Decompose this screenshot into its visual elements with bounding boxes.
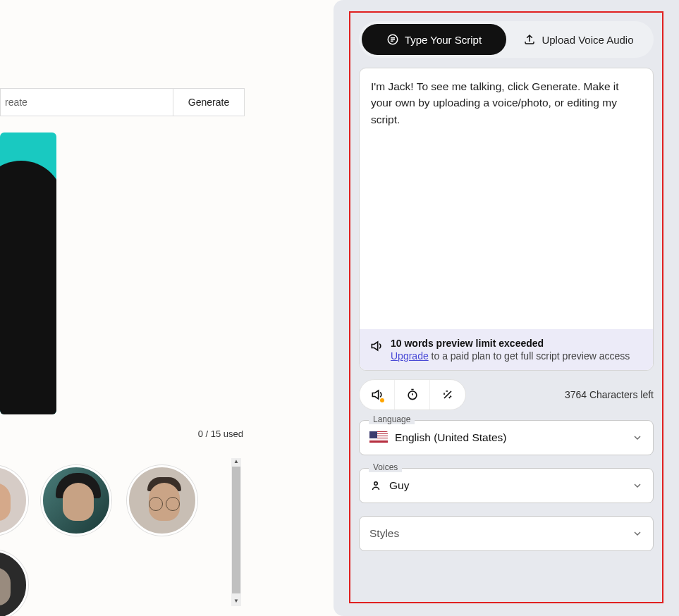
language-select[interactable]: English (United States) <box>359 420 654 455</box>
avatar-option[interactable] <box>0 465 28 536</box>
tab-label: Upload Voice Audio <box>542 34 633 46</box>
topbar-text: reate <box>1 89 173 116</box>
limit-banner: 10 words preview limit exceeded Upgrade … <box>360 329 653 370</box>
highlighted-region: Type Your Script Upload Voice Audio I'm … <box>349 11 663 603</box>
chevron-down-icon <box>632 480 643 491</box>
voices-label: Voices <box>369 462 402 472</box>
styles-select[interactable]: Styles <box>359 516 654 551</box>
flag-us-icon <box>369 431 388 444</box>
script-box: I'm Jack! To see me talking, click Gener… <box>359 68 654 371</box>
avatar-scrollbar[interactable]: ▲ ▼ <box>231 458 241 606</box>
script-textarea[interactable]: I'm Jack! To see me talking, click Gener… <box>360 68 653 329</box>
tab-type-script[interactable]: Type Your Script <box>362 24 506 55</box>
chevron-down-icon <box>632 432 643 443</box>
script-tools <box>359 379 466 410</box>
voices-value: Guy <box>389 479 409 492</box>
top-input-bar: reate Generate <box>0 88 245 116</box>
preview-audio-button[interactable] <box>360 380 395 409</box>
chevron-down-icon <box>632 528 643 539</box>
input-mode-tabs: Type Your Script Upload Voice Audio <box>359 21 654 58</box>
usage-counter: 0 / 15 used <box>198 429 243 439</box>
tab-label: Type Your Script <box>405 34 482 46</box>
limit-subtext: to a paid plan to get full script previe… <box>429 350 630 362</box>
avatar-option[interactable] <box>0 550 28 616</box>
avatar-preview <box>0 133 56 414</box>
svg-point-1 <box>408 391 417 400</box>
timer-button[interactable] <box>395 380 430 409</box>
script-panel: Type Your Script Upload Voice Audio I'm … <box>334 0 679 616</box>
person-icon <box>369 479 382 492</box>
magic-button[interactable] <box>430 380 465 409</box>
language-label: Language <box>369 414 415 424</box>
voices-select[interactable]: Guy <box>359 468 654 503</box>
scrollbar-thumb[interactable] <box>232 467 240 593</box>
svg-point-2 <box>374 482 378 486</box>
speaker-icon <box>369 338 384 362</box>
avatar-option[interactable] <box>41 465 111 536</box>
upgrade-link[interactable]: Upgrade <box>391 350 429 362</box>
avatar-picker <box>0 458 247 606</box>
language-value: English (United States) <box>395 431 507 444</box>
tab-upload-audio[interactable]: Upload Voice Audio <box>506 24 651 55</box>
upload-icon <box>523 33 536 46</box>
avatar-option[interactable] <box>127 465 197 536</box>
limit-title: 10 words preview limit exceeded <box>391 338 630 349</box>
characters-left: 3764 Characters left <box>565 389 654 400</box>
styles-value: Styles <box>369 527 399 540</box>
generate-button[interactable]: Generate <box>173 89 244 116</box>
chat-icon <box>386 33 399 46</box>
